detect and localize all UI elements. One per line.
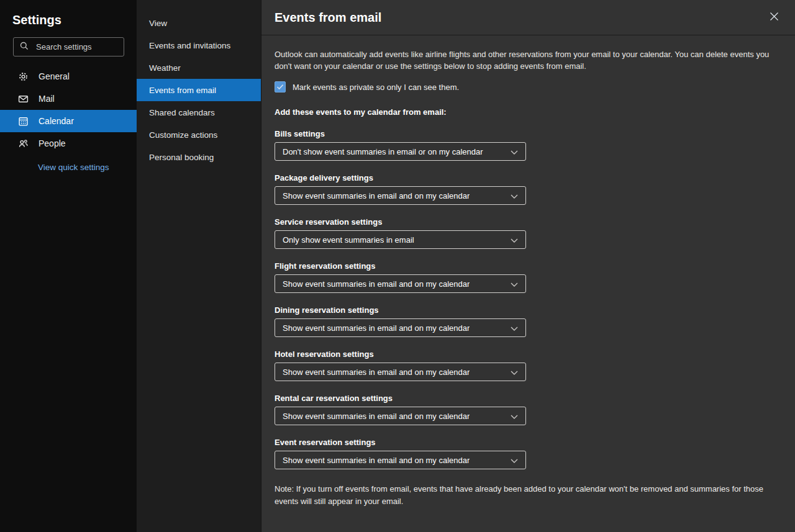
nav-item-events-from-email[interactable]: Events from email xyxy=(137,79,261,101)
calendar-settings-nav: View Events and invitations Weather Even… xyxy=(137,0,261,532)
sidebar-item-label: Mail xyxy=(39,94,55,104)
field-group: Bills settings Don't show event summarie… xyxy=(275,129,778,161)
sidebar-nav: General Mail Calendar People xyxy=(0,65,137,155)
calendar-icon xyxy=(17,115,29,127)
nav-item-events-and-invitations[interactable]: Events and invitations xyxy=(137,34,261,56)
private-events-checkbox-row: Mark events as private so only I can see… xyxy=(275,81,778,92)
main-header: Events from email xyxy=(261,0,795,35)
description: Outlook can automatically add events lik… xyxy=(275,48,778,72)
people-icon xyxy=(17,138,29,149)
sidebar-item-general[interactable]: General xyxy=(0,65,137,88)
checkmark-icon xyxy=(276,83,284,92)
chevron-down-icon xyxy=(511,456,518,465)
main-panel: Events from email Outlook can automatica… xyxy=(261,0,795,532)
events-from-email-content: Outlook can automatically add events lik… xyxy=(261,35,795,526)
selected-value: Show event summaries in email and on my … xyxy=(283,412,470,421)
sidebar-item-label: Calendar xyxy=(39,116,74,126)
chevron-down-icon xyxy=(511,367,518,377)
hotel-reservation-settings-label: Hotel reservation settings xyxy=(275,349,778,359)
search-icon xyxy=(19,41,29,53)
gear-icon xyxy=(17,71,29,82)
field-group: Hotel reservation settings Show event su… xyxy=(275,349,778,381)
search-box[interactable] xyxy=(13,37,124,56)
close-button[interactable] xyxy=(767,9,781,25)
selected-value: Don't show event summaries in email or o… xyxy=(283,147,483,156)
sidebar-item-label: General xyxy=(39,71,70,81)
package-delivery-settings-select[interactable]: Show event summaries in email and on my … xyxy=(275,186,526,205)
selected-value: Show event summaries in email and on my … xyxy=(283,191,470,201)
chevron-down-icon xyxy=(511,323,518,333)
flight-reservation-settings-select[interactable]: Show event summaries in email and on my … xyxy=(275,274,526,293)
service-reservation-settings-select[interactable]: Only show event summaries in email xyxy=(275,230,526,249)
selected-value: Show event summaries in email and on my … xyxy=(283,456,470,465)
selected-value: Show event summaries in email and on my … xyxy=(283,323,470,333)
mail-icon xyxy=(17,93,29,104)
field-group: Package delivery settings Show event sum… xyxy=(275,173,778,205)
chevron-down-icon xyxy=(511,279,518,289)
search-input[interactable] xyxy=(35,42,118,52)
selected-value: Show event summaries in email and on my … xyxy=(283,367,470,377)
sidebar-item-mail[interactable]: Mail xyxy=(0,88,137,110)
dining-reservation-settings-select[interactable]: Show event summaries in email and on my … xyxy=(275,318,526,337)
settings-sidebar: Settings General Mail Calendar xyxy=(0,0,137,532)
rental-car-reservation-settings-select[interactable]: Show event summaries in email and on my … xyxy=(275,407,526,425)
nav-item-customize-actions[interactable]: Customize actions xyxy=(137,124,261,146)
view-quick-settings-link[interactable]: View quick settings xyxy=(38,163,109,172)
sidebar-item-label: People xyxy=(39,138,66,148)
nav-item-view[interactable]: View xyxy=(137,12,261,34)
chevron-down-icon xyxy=(511,191,518,201)
chevron-down-icon xyxy=(511,147,518,156)
section-heading: Add these events to my calendar from ema… xyxy=(275,99,778,117)
field-group: Flight reservation settings Show event s… xyxy=(275,261,778,293)
package-delivery-settings-label: Package delivery settings xyxy=(275,173,778,183)
hotel-reservation-settings-select[interactable]: Show event summaries in email and on my … xyxy=(275,363,526,381)
bills-settings-label: Bills settings xyxy=(275,129,778,138)
rental-car-reservation-settings-label: Rental car reservation settings xyxy=(275,394,778,403)
private-events-checkbox[interactable] xyxy=(275,81,286,92)
event-reservation-settings-label: Event reservation settings xyxy=(275,438,778,447)
dining-reservation-settings-label: Dining reservation settings xyxy=(275,305,778,315)
settings-title: Settings xyxy=(12,11,137,29)
selected-value: Show event summaries in email and on my … xyxy=(283,279,470,289)
chevron-down-icon xyxy=(511,235,518,245)
field-group: Event reservation settings Show event su… xyxy=(275,438,778,469)
close-icon xyxy=(770,12,779,23)
nav-item-weather[interactable]: Weather xyxy=(137,56,261,79)
sidebar-item-calendar[interactable]: Calendar xyxy=(0,110,137,132)
field-group: Dining reservation settings Show event s… xyxy=(275,305,778,337)
event-reservation-settings-select[interactable]: Show event summaries in email and on my … xyxy=(275,451,526,469)
nav-item-shared-calendars[interactable]: Shared calendars xyxy=(137,101,261,124)
sidebar-item-people[interactable]: People xyxy=(0,132,137,155)
field-group: Rental car reservation settings Show eve… xyxy=(275,394,778,425)
flight-reservation-settings-label: Flight reservation settings xyxy=(275,261,778,271)
field-group: Service reservation settings Only show e… xyxy=(275,217,778,249)
selected-value: Only show event summaries in email xyxy=(283,235,414,245)
service-reservation-settings-label: Service reservation settings xyxy=(275,217,778,227)
page-title: Events from email xyxy=(275,11,381,25)
checkbox-label: Mark events as private so only I can see… xyxy=(293,83,459,92)
chevron-down-icon xyxy=(511,412,518,421)
bills-settings-select[interactable]: Don't show event summaries in email or o… xyxy=(275,142,526,161)
note-text: Note: If you turn off events from email,… xyxy=(275,483,778,526)
nav-item-personal-booking[interactable]: Personal booking xyxy=(137,146,261,168)
